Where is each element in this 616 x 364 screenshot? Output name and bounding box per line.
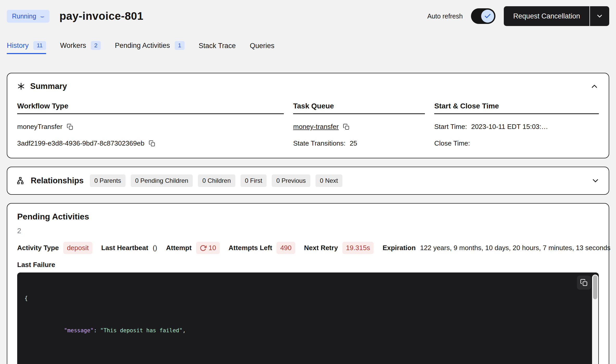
code-key: "message" xyxy=(64,327,94,334)
start-time-value: 2023-10-11 EDT 15:03:… xyxy=(471,123,548,131)
tab-label: Stack Trace xyxy=(199,42,236,50)
attempts-left-label: Attempts Left xyxy=(229,244,272,252)
attempt-label: Attempt xyxy=(166,244,192,252)
json-payload: { "message": "This deposit has failed", … xyxy=(24,278,583,364)
header-actions: Auto refresh Request Cancellation xyxy=(427,6,609,26)
vertical-scrollbar[interactable] xyxy=(592,275,598,364)
workflow-type-header: Workflow Type xyxy=(17,102,284,114)
next-badge: 0 Next xyxy=(316,174,342,187)
summary-header: Summary xyxy=(17,82,599,91)
request-cancellation-split-button: Request Cancellation xyxy=(504,6,609,26)
relationships-card: Relationships 0 Parents 0 Pending Childr… xyxy=(7,167,609,195)
status-badge: Running xyxy=(7,10,49,23)
time-header: Start & Close Time xyxy=(434,102,599,114)
code-value: "This deposit has failed" xyxy=(100,327,183,334)
chevron-up-icon xyxy=(590,82,599,91)
tab-bar: History 11 Workers 2 Pending Activities … xyxy=(7,41,609,54)
summary-collapse-button[interactable] xyxy=(590,82,599,91)
pending-activities-title: Pending Activities xyxy=(17,212,599,222)
time-column: Start & Close Time Start Time: 2023-10-1… xyxy=(434,102,599,147)
asterisk-icon xyxy=(17,82,25,90)
tab-label: Queries xyxy=(250,42,275,50)
attempts-left-badge: 490 xyxy=(276,242,295,254)
copy-icon xyxy=(67,124,73,130)
previous-badge: 0 Previous xyxy=(272,174,310,187)
status-label: Running xyxy=(12,12,36,20)
tab-pending-activities[interactable]: Pending Activities 1 xyxy=(115,41,185,54)
first-badge: 0 First xyxy=(241,174,267,187)
copy-button[interactable] xyxy=(343,124,350,130)
copy-icon xyxy=(149,140,155,147)
task-queue-column: Task Queue money-transfer State Transiti… xyxy=(293,102,425,147)
code-brace: { xyxy=(24,295,28,301)
pending-activities-count: 2 xyxy=(17,227,599,235)
summary-card: Summary Workflow Type moneyTransfer 3adf… xyxy=(7,73,609,158)
pending-activities-card: Pending Activities 2 Activity Type depos… xyxy=(7,203,609,364)
summary-title: Summary xyxy=(30,82,67,91)
page-title: pay-invoice-801 xyxy=(59,10,143,22)
tab-count-badge: 2 xyxy=(91,41,101,50)
expiration-value: 122 years, 9 months, 10 days, 20 hours, … xyxy=(420,244,611,252)
state-transitions-value: 25 xyxy=(350,139,357,147)
tab-workers[interactable]: Workers 2 xyxy=(60,41,101,54)
chevron-down-icon xyxy=(596,12,604,20)
summary-grid: Workflow Type moneyTransfer 3adf2199-e3d… xyxy=(17,102,599,147)
workflow-type-column: Workflow Type moneyTransfer 3adf2199-e3d… xyxy=(17,102,284,147)
activity-detail-row: Activity Type deposit Last Heartbeat () … xyxy=(17,242,599,254)
relationships-expand-button[interactable] xyxy=(591,176,600,185)
hierarchy-icon xyxy=(16,177,24,185)
tab-history[interactable]: History 11 xyxy=(7,41,46,54)
cancellation-dropdown-button[interactable] xyxy=(590,6,609,26)
copy-button[interactable] xyxy=(67,124,73,130)
tab-label: Workers xyxy=(60,42,86,50)
activity-type-label: Activity Type xyxy=(17,244,59,252)
copy-button[interactable] xyxy=(149,140,155,147)
pending-children-badge: 0 Pending Children xyxy=(131,174,193,187)
run-id-value: 3adf2199-e3d8-4936-9bd7-8c87302369eb xyxy=(17,139,144,147)
relationships-title: Relationships xyxy=(31,176,84,185)
copy-icon xyxy=(343,124,350,130)
request-cancellation-button[interactable]: Request Cancellation xyxy=(504,6,589,26)
code-copy-button[interactable] xyxy=(577,276,591,290)
status-progress-icon xyxy=(40,15,44,17)
relationship-badges: 0 Parents 0 Pending Children 0 Children … xyxy=(90,174,342,187)
last-heartbeat-value: () xyxy=(153,244,157,252)
workflow-type-value: moneyTransfer xyxy=(17,123,62,131)
expiration-label: Expiration xyxy=(382,244,416,252)
next-retry-label: Next Retry xyxy=(304,244,338,252)
auto-refresh-toggle[interactable] xyxy=(471,8,495,24)
tab-queries[interactable]: Queries xyxy=(250,42,275,54)
state-transitions-label: State Transitions: xyxy=(293,139,345,147)
tab-count-badge: 1 xyxy=(175,41,185,50)
auto-refresh-label: Auto refresh xyxy=(427,12,463,20)
last-failure-label: Last Failure xyxy=(17,261,599,269)
tab-count-badge: 11 xyxy=(33,41,46,50)
activity-type-badge: deposit xyxy=(63,242,92,254)
parents-badge: 0 Parents xyxy=(90,174,125,187)
workflow-detail-page: Running pay-invoice-801 Auto refresh Req… xyxy=(0,0,616,364)
check-icon xyxy=(484,12,491,20)
page-header: Running pay-invoice-801 Auto refresh Req… xyxy=(7,6,609,26)
attempt-value: 10 xyxy=(209,244,216,252)
close-time-label: Close Time: xyxy=(434,139,470,147)
tab-label: History xyxy=(7,42,29,50)
last-heartbeat-label: Last Heartbeat xyxy=(101,244,148,252)
retry-icon xyxy=(200,245,206,251)
start-time-label: Start Time: xyxy=(434,123,467,131)
last-failure-code-block: { "message": "This deposit has failed", … xyxy=(17,272,599,364)
tab-stack-trace[interactable]: Stack Trace xyxy=(199,42,236,54)
next-retry-badge: 19.315s xyxy=(342,242,374,254)
tab-label: Pending Activities xyxy=(115,42,170,50)
attempt-badge: 10 xyxy=(196,242,220,254)
copy-icon xyxy=(580,279,588,287)
task-queue-link[interactable]: money-transfer xyxy=(293,123,339,131)
children-badge: 0 Children xyxy=(198,174,235,187)
toggle-knob xyxy=(481,10,494,23)
chevron-down-icon xyxy=(591,176,600,185)
vertical-scrollbar-thumb[interactable] xyxy=(593,275,597,299)
task-queue-header: Task Queue xyxy=(293,102,425,114)
